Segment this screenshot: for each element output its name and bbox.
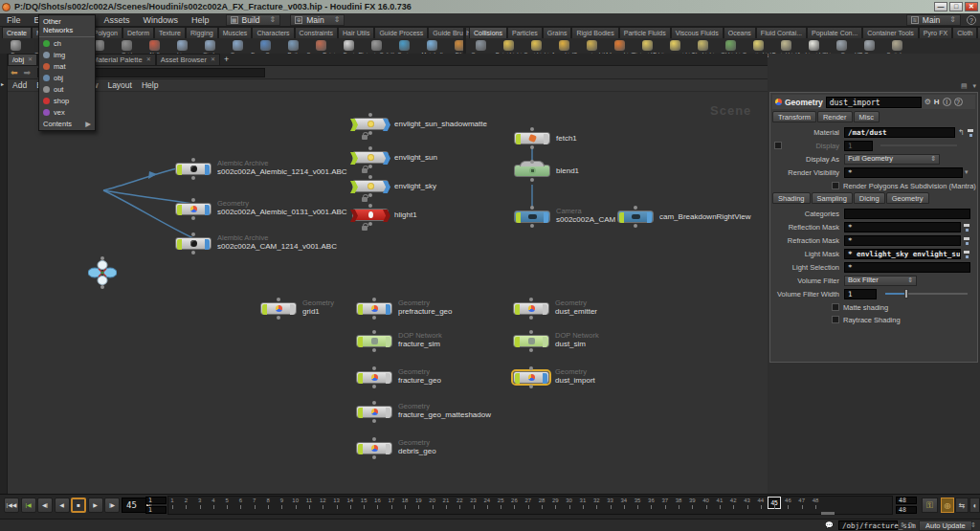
menu-item-ch[interactable]: ch <box>39 37 95 49</box>
jump-to-start-button[interactable]: |◀◀ <box>4 498 19 513</box>
node-input-dot[interactable] <box>530 160 534 164</box>
shelf-tab-guide-process[interactable]: Guide Process <box>374 27 428 38</box>
node-cam_BreakdownRightView[interactable] <box>617 210 654 223</box>
display-flag[interactable] <box>515 337 520 347</box>
shelf-tab-characters[interactable]: Characters <box>252 27 294 38</box>
play-reverse-button[interactable]: ◀ <box>55 498 70 513</box>
gear-icon[interactable]: ⚙ <box>924 98 931 106</box>
display-flag[interactable] <box>515 373 520 384</box>
shelf-tab-fluid-contai-[interactable]: Fluid Contai... <box>756 27 807 38</box>
node-input-dot[interactable] <box>529 330 533 334</box>
shelf-tab-grains[interactable]: Grains <box>543 27 572 38</box>
node-input-dot[interactable] <box>372 366 376 370</box>
display-as-dropdown[interactable]: Full Geometry⇕ <box>844 154 940 165</box>
node-output-dot[interactable] <box>372 455 376 459</box>
node-input-dot[interactable] <box>529 366 533 370</box>
render-flag[interactable] <box>543 337 547 347</box>
node-body[interactable] <box>175 237 212 250</box>
node-output-dot[interactable] <box>277 316 280 320</box>
param-subtab-sampling[interactable]: Sampling <box>812 192 853 204</box>
node-body[interactable] <box>514 210 550 223</box>
node-input-dot[interactable] <box>277 298 280 301</box>
node-output-dot[interactable] <box>530 178 534 182</box>
render-flag[interactable] <box>543 304 547 315</box>
node-output-dot[interactable] <box>368 222 372 226</box>
node-output-dot[interactable] <box>634 224 637 228</box>
node-prefracture_geo[interactable] <box>356 302 392 315</box>
param-tab-misc[interactable]: Misc <box>854 111 880 122</box>
node-input-dot[interactable] <box>634 206 637 210</box>
current-frame-field[interactable]: 45 <box>122 498 146 513</box>
desktop-selector[interactable]: ▦ Build⇕ <box>226 14 281 26</box>
node-body[interactable] <box>356 406 392 418</box>
node-body[interactable] <box>356 442 392 454</box>
shelf-tab-hair-utils[interactable]: Hair Utils <box>338 27 374 38</box>
display-flag[interactable] <box>358 373 363 384</box>
pane-tab-asset-browser[interactable]: Asset Browser✕ <box>156 54 220 65</box>
node-output-dot[interactable] <box>191 176 195 180</box>
display-field[interactable]: 1 <box>844 141 873 151</box>
node-s002c002A_CAM[interactable] <box>514 210 550 223</box>
shelf-tab-populate-con-[interactable]: Populate Con... <box>807 27 862 38</box>
shelf-tab-deform[interactable]: Deform <box>122 27 154 38</box>
menu-file[interactable]: File <box>0 15 28 25</box>
node-input-dot[interactable] <box>368 146 372 150</box>
render-flag[interactable] <box>543 373 547 384</box>
render-flag[interactable] <box>386 373 390 384</box>
material-arrow-icon[interactable]: ↰ <box>958 128 965 137</box>
node-name-field[interactable]: dust_import <box>826 97 922 108</box>
minimize-button[interactable]: — <box>934 2 947 11</box>
display-flag[interactable] <box>350 152 358 165</box>
loop-mode-button[interactable]: ⇆ <box>955 498 969 513</box>
display-flag[interactable] <box>358 337 363 347</box>
prev-frame-button[interactable]: ◀| <box>37 498 53 513</box>
render-flag[interactable] <box>205 239 210 250</box>
render-flag[interactable] <box>205 165 210 175</box>
node-fracture_sim[interactable] <box>356 335 392 347</box>
op-chooser-icon[interactable] <box>963 250 971 258</box>
node-dust_import[interactable] <box>513 371 549 384</box>
node-s002c002A_CAM_1214_v001.ABC[interactable] <box>175 237 212 250</box>
shelf-tab-create[interactable]: Create <box>2 27 32 38</box>
node-input-dot[interactable] <box>368 113 372 117</box>
node-output-dot[interactable] <box>368 131 372 135</box>
node-output-dot[interactable] <box>368 165 372 168</box>
node-input-dot[interactable] <box>368 204 372 208</box>
node-s002c002A_Alembic_1214_v001.ABC[interactable] <box>175 163 212 175</box>
subdivision-checkbox[interactable] <box>832 182 839 189</box>
light-mask-field[interactable]: * envlight_sky envlight_sun envl <box>844 249 961 259</box>
menu-help[interactable]: Help <box>185 15 216 25</box>
node-body[interactable] <box>352 151 389 164</box>
render-flag[interactable] <box>386 337 390 347</box>
pane-corner-icons[interactable]: ▤ ▾ <box>961 82 978 90</box>
node-envlight_sun_shadowmatte[interactable] <box>352 118 389 130</box>
node-fracture_geo[interactable] <box>356 371 392 384</box>
maximize-button[interactable]: □ <box>949 2 963 11</box>
node-output-dot[interactable] <box>530 145 534 149</box>
info-icon[interactable]: i <box>943 98 951 106</box>
categories-field[interactable] <box>844 209 970 219</box>
context-path-field[interactable]: /obj/fracture_sim <box>838 520 898 530</box>
pane-tab-material-palette[interactable]: Material Palette✕ <box>88 54 156 65</box>
node-body[interactable] <box>356 335 392 347</box>
material-field[interactable]: /mat/dust <box>844 127 955 138</box>
houdini-badge-icon[interactable]: H <box>934 98 940 106</box>
node-input-dot[interactable] <box>529 298 533 301</box>
param-subtab-shading[interactable]: Shading <box>772 192 811 204</box>
render-flag[interactable] <box>290 304 295 315</box>
network-editor-canvas[interactable]: Scene Alembic Archives002c002A_Alembic_1… <box>8 92 768 494</box>
node-output-dot[interactable] <box>191 216 195 220</box>
node-output-dot[interactable] <box>372 385 376 388</box>
node-envlight_sun[interactable] <box>352 151 389 164</box>
node-grid1[interactable] <box>260 302 297 315</box>
op-chooser-icon[interactable] <box>963 223 971 232</box>
close-tab-icon[interactable]: ✕ <box>146 55 151 65</box>
shelf-tab-pyro-fx[interactable]: Pyro FX <box>919 27 952 38</box>
display-flag[interactable] <box>358 304 363 315</box>
shelf-tab-particle-fluids[interactable]: Particle Fluids <box>619 27 671 38</box>
node-body[interactable] <box>356 302 392 315</box>
node-input-dot[interactable] <box>372 298 376 301</box>
display-flag[interactable] <box>177 205 182 215</box>
menu-windows[interactable]: Windows <box>137 15 186 25</box>
update-mode-dropdown[interactable]: Auto Update <box>919 520 972 531</box>
